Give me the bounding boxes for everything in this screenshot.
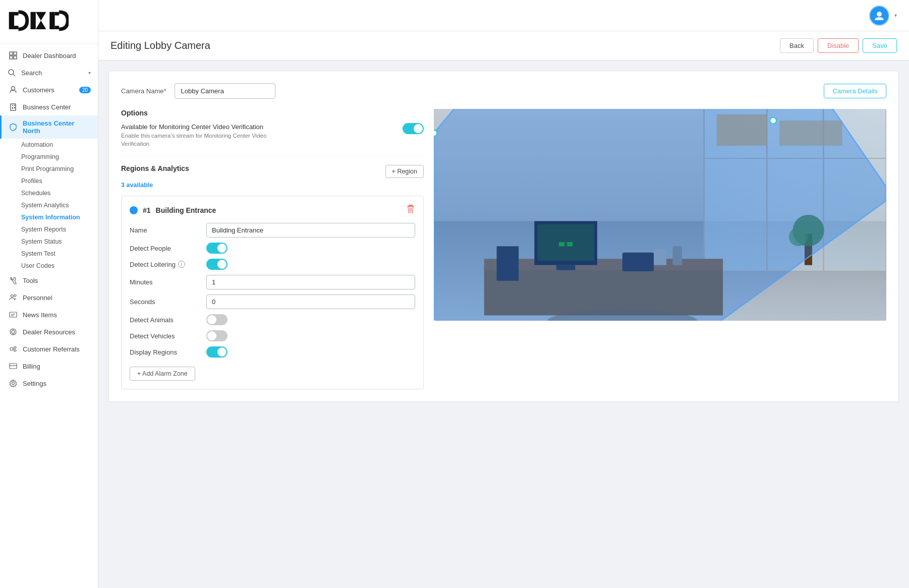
monitoring-option-row: Available for Monitoring Center Video Ve… [121, 123, 424, 156]
add-region-button[interactable]: + Region [385, 165, 424, 178]
detect-vehicles-row: Detect Vehicles [130, 330, 415, 341]
sidebar-item-personnel[interactable]: Personnel [0, 289, 98, 306]
search-label: Search [21, 69, 42, 77]
sidebar-item-label: Business Center North [23, 120, 91, 135]
region-delete-button[interactable] [406, 204, 415, 216]
sidebar-item-business-center[interactable]: Business Center [0, 98, 98, 115]
person-icon [9, 85, 18, 94]
subnav-automation[interactable]: Automation [21, 139, 98, 151]
region-title: #1 Building Entrance [130, 206, 216, 214]
monitoring-label: Available for Monitoring Center Video Ve… [121, 123, 272, 131]
svg-point-14 [12, 87, 15, 90]
display-regions-row: Display Regions [130, 346, 415, 358]
camera-name-input[interactable] [175, 83, 275, 99]
monitoring-sublabel: Enable this camera's stream for Monitori… [121, 132, 272, 148]
subnav-system-status[interactable]: System Status [21, 236, 98, 248]
detect-animals-toggle[interactable] [206, 314, 228, 325]
customers-badge: 20 [79, 87, 91, 93]
save-button[interactable]: Save [863, 38, 897, 53]
sidebar-item-label: Tools [23, 277, 38, 284]
subnav-user-codes[interactable]: User Codes [21, 260, 98, 272]
sidebar-item-customer-referrals[interactable]: Customer Referrals [0, 340, 98, 358]
svg-point-21 [14, 295, 16, 297]
add-alarm-zone-button[interactable]: + Add Alarm Zone [130, 367, 195, 381]
content-area: Camera Name* Camera Details Options Avai… [98, 61, 909, 588]
sidebar-logo: ® [0, 0, 98, 44]
svg-rect-17 [14, 107, 15, 108]
detect-people-row: Detect People [130, 243, 415, 254]
sidebar-item-dealer-resources[interactable]: Dealer Resources [0, 323, 98, 340]
back-button[interactable]: Back [780, 38, 814, 53]
detect-animals-row: Detect Animals [130, 314, 415, 325]
sidebar: ® Dealer Dashboard Search ▾ Cu [0, 0, 98, 588]
avatar-dropdown-icon[interactable]: ▾ [894, 13, 897, 18]
detect-people-label: Detect People [130, 245, 200, 252]
subnav-profiles[interactable]: Profiles [21, 175, 98, 187]
camera-name-left: Camera Name* [121, 83, 275, 99]
person-group-icon [9, 293, 18, 302]
detect-people-toggle[interactable] [206, 243, 228, 254]
subnav-system-test[interactable]: System Test [21, 248, 98, 260]
svg-rect-22 [10, 312, 17, 317]
detect-loitering-toggle[interactable] [206, 259, 228, 270]
sidebar-item-business-center-north[interactable]: Business Center North [0, 115, 98, 139]
detect-animals-label: Detect Animals [130, 316, 200, 324]
svg-rect-3 [31, 12, 36, 29]
display-regions-toggle[interactable] [206, 346, 228, 358]
camera-name-row: Camera Name* Camera Details [121, 83, 886, 99]
user-avatar-button[interactable] [869, 6, 889, 26]
svg-rect-6 [55, 26, 60, 29]
svg-rect-1 [14, 12, 19, 16]
sidebar-item-label: News Items [23, 311, 57, 319]
svg-point-12 [9, 70, 14, 75]
sidebar-navigation: Dealer Dashboard Search ▾ Customers 20 [0, 44, 98, 588]
billing-icon [9, 362, 18, 371]
region-header: #1 Building Entrance [130, 204, 415, 216]
monitoring-toggle[interactable] [403, 123, 424, 134]
seconds-input[interactable] [206, 295, 415, 309]
subnav-schedules[interactable]: Schedules [21, 187, 98, 199]
svg-rect-8 [10, 52, 13, 55]
sidebar-item-label: Settings [23, 380, 46, 387]
sidebar-item-settings[interactable]: Settings [0, 375, 98, 392]
subnav-programming[interactable]: Programming [21, 151, 98, 163]
svg-rect-16 [12, 107, 13, 109]
sidebar-item-billing[interactable]: Billing [0, 358, 98, 375]
detect-people-slider [206, 243, 228, 254]
svg-line-32 [13, 348, 15, 348]
camera-view-svg: ▓▓░▓▓ [434, 109, 886, 321]
sidebar-item-label: Billing [23, 363, 40, 370]
sidebar-item-customers[interactable]: Customers 20 [0, 81, 98, 98]
region-name-row: Name [130, 223, 415, 238]
svg-rect-10 [10, 56, 13, 59]
sidebar-item-search[interactable]: Search ▾ [0, 64, 98, 81]
svg-rect-34 [10, 364, 17, 369]
resources-icon [9, 327, 18, 336]
disable-button[interactable]: Disable [818, 38, 859, 53]
main-card: Camera Name* Camera Details Options Avai… [108, 71, 899, 402]
region-card: #1 Building Entrance Name [121, 196, 424, 389]
search-icon [7, 68, 16, 77]
svg-point-26 [12, 330, 15, 333]
subnav-print-programming[interactable]: Print Programming [21, 163, 98, 175]
subnav-system-reports[interactable]: System Reports [21, 223, 98, 236]
dmp-logo: ® [8, 9, 69, 34]
subnav-system-analytics[interactable]: System Analytics [21, 199, 98, 211]
detect-loitering-label: Detect Loitering i [130, 261, 200, 268]
detect-vehicles-toggle[interactable] [206, 330, 228, 341]
region-name-input[interactable] [206, 223, 415, 238]
regions-available: 3 available [121, 182, 424, 189]
sidebar-item-dealer-dashboard[interactable]: Dealer Dashboard [0, 47, 98, 64]
display-regions-label: Display Regions [130, 348, 200, 356]
region-handle-ml [434, 130, 437, 136]
detect-loitering-row: Detect Loitering i [130, 259, 415, 270]
camera-details-button[interactable]: Camera Details [824, 84, 886, 98]
svg-line-33 [13, 349, 15, 350]
sidebar-item-tools[interactable]: Tools [0, 272, 98, 289]
regions-title: Regions & Analytics [121, 164, 189, 172]
settings-icon [9, 379, 18, 388]
sidebar-item-news-items[interactable]: News Items [0, 306, 98, 323]
subnav-system-information[interactable]: System Information [21, 211, 98, 223]
minutes-input[interactable] [206, 275, 415, 289]
svg-rect-5 [55, 12, 60, 16]
